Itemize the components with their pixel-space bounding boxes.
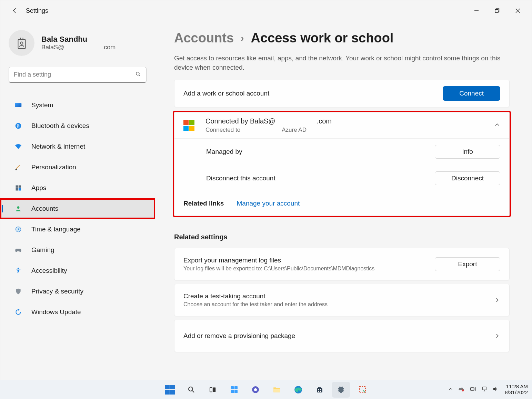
person-icon: [14, 205, 22, 213]
main-content: Accounts › Access work or school Get acc…: [155, 21, 532, 381]
svg-rect-16: [19, 188, 21, 191]
snipping-tool-button[interactable]: [353, 382, 371, 398]
sidebar-item-label: Time & language: [31, 226, 81, 233]
provisioning-title: Add or remove a provisioning package: [183, 332, 295, 340]
network-tray-icon[interactable]: [481, 386, 488, 393]
export-logs-card: Export your management log files Your lo…: [174, 248, 510, 280]
sidebar-item-accounts[interactable]: Accounts: [0, 199, 155, 219]
widgets-button[interactable]: [225, 382, 243, 398]
search-icon: [135, 71, 141, 79]
connect-button[interactable]: Connect: [443, 86, 500, 101]
svg-rect-13: [16, 186, 18, 188]
svg-rect-30: [273, 388, 280, 392]
taskbar-center: [161, 382, 371, 398]
file-explorer-button[interactable]: [268, 382, 286, 398]
breadcrumb: Accounts › Access work or school: [174, 31, 510, 46]
breadcrumb-parent[interactable]: Accounts: [174, 31, 234, 46]
profile-block[interactable]: Bala Sandhu BalaS@ .com: [9, 30, 147, 56]
managed-by-row: Managed by Info: [174, 138, 509, 165]
sidebar-item-bluetooth[interactable]: Bluetooth & devices: [9, 116, 147, 136]
sidebar-item-system[interactable]: System: [9, 95, 147, 115]
clock-globe-icon: [14, 225, 22, 233]
task-view-button[interactable]: [204, 382, 222, 398]
sidebar-item-accessibility[interactable]: Accessibility: [9, 261, 147, 281]
connected-to-label: Connected toAzure AD: [205, 127, 332, 133]
svg-line-8: [139, 75, 140, 76]
volume-tray-icon[interactable]: [492, 386, 499, 393]
chevron-up-icon: [494, 122, 500, 129]
sidebar-item-label: System: [31, 101, 53, 109]
taskbar: 11:28 AM 8/31/2022: [0, 380, 532, 399]
search-field[interactable]: [14, 71, 135, 78]
provisioning-card[interactable]: Add or remove a provisioning package: [174, 320, 510, 352]
shield-icon: [14, 287, 22, 296]
svg-rect-34: [320, 389, 321, 390]
svg-point-6: [20, 42, 23, 44]
test-account-title: Create a test-taking account: [183, 292, 328, 300]
disconnect-row: Disconnect this account Disconnect: [174, 165, 509, 191]
microsoft-logo-icon: [183, 120, 194, 131]
disconnect-button[interactable]: Disconnect: [435, 171, 500, 185]
sidebar-item-label: Windows Update: [31, 308, 81, 316]
account-expand-header[interactable]: Connected by BalaS@.com Connected toAzur…: [174, 112, 509, 138]
taskbar-date: 8/31/2022: [505, 390, 528, 396]
edge-button[interactable]: [289, 382, 307, 398]
brush-icon: [14, 163, 22, 171]
sidebar-item-label: Privacy & security: [31, 288, 83, 295]
related-links-label: Related links: [183, 200, 224, 207]
chevron-right-icon: [494, 297, 500, 303]
sidebar-item-label: Bluetooth & devices: [31, 122, 89, 130]
svg-rect-26: [231, 390, 234, 393]
teams-chat-button[interactable]: [247, 382, 264, 398]
app-title: Settings: [26, 7, 48, 14]
svg-rect-41: [483, 387, 486, 390]
minimize-button[interactable]: [466, 2, 487, 19]
export-title: Export your management log files: [183, 257, 374, 264]
start-button[interactable]: [161, 382, 179, 398]
taskbar-search-button[interactable]: [182, 382, 200, 398]
sidebar-item-privacy[interactable]: Privacy & security: [9, 281, 147, 301]
export-button[interactable]: Export: [435, 257, 500, 271]
onedrive-icon[interactable]: [458, 386, 465, 393]
svg-rect-40: [471, 388, 474, 390]
close-button[interactable]: [508, 2, 528, 19]
sidebar-item-network[interactable]: Network & internet: [9, 137, 147, 157]
svg-rect-10: [15, 103, 21, 107]
tray-expand-button[interactable]: [448, 387, 453, 392]
svg-rect-2: [495, 10, 498, 13]
svg-rect-12: [16, 169, 17, 170]
display-icon: [14, 101, 22, 109]
svg-rect-23: [213, 387, 215, 392]
search-input[interactable]: [9, 67, 147, 83]
svg-rect-14: [19, 186, 21, 188]
svg-rect-24: [231, 386, 234, 389]
sidebar-item-update[interactable]: Windows Update: [9, 302, 147, 322]
sidebar-item-label: Gaming: [31, 246, 54, 254]
sidebar-item-time[interactable]: Time & language: [9, 219, 147, 239]
taskbar-clock[interactable]: 11:28 AM 8/31/2022: [505, 384, 528, 395]
svg-rect-25: [234, 386, 238, 389]
back-button[interactable]: [11, 7, 19, 15]
test-account-subtitle: Choose an account for the test taker and…: [183, 301, 328, 308]
sidebar-item-personalization[interactable]: Personalization: [9, 157, 147, 177]
sidebar-item-gaming[interactable]: Gaming: [9, 240, 147, 260]
info-button[interactable]: Info: [435, 145, 500, 159]
svg-point-39: [462, 389, 464, 391]
test-account-card[interactable]: Create a test-taking account Choose an a…: [174, 284, 510, 316]
settings-app-button[interactable]: [332, 382, 350, 398]
window-controls: [466, 2, 528, 19]
meet-now-icon[interactable]: [470, 386, 476, 393]
svg-point-7: [136, 72, 139, 75]
wifi-icon: [14, 142, 22, 151]
svg-rect-33: [318, 389, 319, 390]
store-button[interactable]: [311, 382, 329, 398]
breadcrumb-current: Access work or school: [251, 31, 393, 46]
chevron-right-icon: ›: [241, 33, 244, 44]
sidebar-item-apps[interactable]: Apps: [9, 178, 147, 198]
sidebar-item-label: Apps: [31, 184, 46, 192]
maximize-button[interactable]: [487, 2, 508, 19]
manage-account-link[interactable]: Manage your account: [237, 200, 300, 207]
svg-point-20: [189, 387, 193, 391]
accessibility-icon: [14, 267, 22, 275]
svg-rect-22: [210, 387, 212, 392]
